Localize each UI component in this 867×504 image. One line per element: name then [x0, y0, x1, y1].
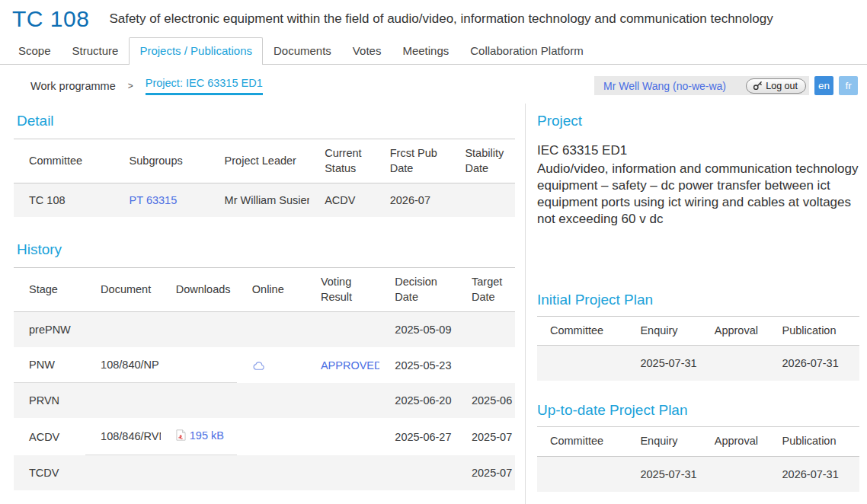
plan-publication-value: 2026-07-31 [769, 456, 859, 492]
project-heading: Project [537, 113, 859, 129]
initial-plan-header-row: Committee Enquiry Approval Publication [537, 316, 859, 346]
stage-value: TCDV [14, 455, 85, 490]
app-header: TC 108 Safety of electronic equipment wi… [0, 0, 867, 32]
tab-collaboration-platform[interactable]: Collaboration Platform [459, 37, 593, 64]
right-column: Project IEC 63315 ED1 Audio/video, infor… [526, 104, 867, 504]
plan-enquiry-value: 2025-07-31 [627, 346, 701, 381]
detail-frcst-pub-date-value: 2026-07 [375, 183, 450, 218]
uptodate-plan-heading: Up-to-date Project Plan [537, 402, 859, 419]
voting-result-link[interactable]: APPROVED [321, 359, 379, 372]
stage-value: PRVN [14, 383, 85, 419]
breadcrumb-separator: > [128, 81, 133, 91]
plan-committee-value [537, 456, 627, 492]
tab-structure[interactable]: Structure [62, 37, 130, 64]
tab-votes[interactable]: Votes [342, 37, 392, 64]
left-column: Detail Committee Subgroups Project Leade… [0, 104, 526, 504]
document-value: 108/840/NP [85, 347, 161, 383]
tab-documents[interactable]: Documents [263, 37, 342, 64]
history-heading: History [17, 241, 515, 258]
detail-col-stability-date: Stability Date [449, 139, 515, 183]
detail-committee-value: TC 108 [14, 183, 114, 218]
target-date-value: 2025-07 [456, 455, 515, 490]
detail-row: TC 108 PT 63315 Mr William Susiene ACDV … [14, 183, 515, 218]
logout-key-icon [753, 81, 763, 91]
user-cluster: Mr Well Wang (no-we-wa) Log out en fr [594, 76, 858, 95]
stage-value: prePNW [14, 312, 85, 348]
history-col-online: Online [237, 268, 306, 312]
language-en-button[interactable]: en [814, 76, 833, 95]
committee-title: TC 108 [12, 6, 89, 32]
detail-col-project-leader: Project Leader [210, 139, 310, 183]
committee-subtitle: Safety of electronic equipment within th… [109, 11, 773, 27]
detail-col-committee: Committee [14, 139, 114, 183]
decision-date-value: 2025-06-27 [379, 418, 456, 455]
plan-col-committee: Committee [537, 316, 627, 346]
detail-col-subgroups: Subgroups [114, 139, 210, 183]
stage-value: PNW [14, 347, 85, 383]
history-col-downloads: Downloads [161, 268, 237, 312]
initial-plan-heading: Initial Project Plan [537, 292, 859, 308]
logout-button[interactable]: Log out [746, 78, 806, 94]
plan-committee-value [537, 346, 627, 381]
history-col-target-date: Target Date [456, 268, 515, 312]
tab-projects-publications[interactable]: Projects / Publications [129, 37, 263, 65]
plan-publication-value: 2026-07-31 [769, 346, 859, 381]
target-date-value: 2025-06 [456, 383, 515, 419]
download-size-link[interactable]: 195 kB [190, 429, 224, 442]
user-bar: Mr Well Wang (no-we-wa) Log out [594, 76, 809, 95]
tab-bar: Scope Structure Projects / Publications … [0, 37, 867, 65]
breadcrumb-current-project[interactable]: Project: IEC 63315 ED1 [146, 77, 263, 95]
tab-meetings[interactable]: Meetings [392, 37, 459, 64]
target-date-value: 2025-07 [456, 418, 515, 455]
plan-col-approval: Approval [702, 427, 769, 457]
history-row-acdv: ACDV 108/846/RVN 195 kB [14, 418, 515, 455]
history-col-voting-result: Voting Result [306, 268, 379, 312]
plan-col-enquiry: Enquiry [627, 427, 701, 457]
plan-approval-value [702, 346, 769, 381]
detail-col-current-status: Current Status [309, 139, 375, 183]
logout-label: Log out [766, 81, 798, 91]
history-row-prvn: PRVN 2025-06-20 2025-06 [14, 383, 515, 419]
uptodate-plan-table: Committee Enquiry Approval Publication 2… [537, 426, 859, 492]
plan-approval-value [702, 456, 769, 492]
history-table: Stage Document Downloads Online Voting R… [14, 267, 515, 490]
history-header-row: Stage Document Downloads Online Voting R… [14, 268, 515, 312]
history-col-stage: Stage [14, 268, 85, 312]
history-row-tcdv: TCDV 2025-07 [14, 455, 515, 490]
uptodate-plan-header-row: Committee Enquiry Approval Publication [537, 427, 859, 457]
uptodate-plan-row: 2025-07-31 2026-07-31 [537, 456, 859, 492]
detail-header-row: Committee Subgroups Project Leader Curre… [14, 139, 515, 183]
plan-enquiry-value: 2025-07-31 [627, 456, 701, 492]
language-fr-button[interactable]: fr [839, 76, 858, 95]
plan-col-enquiry: Enquiry [627, 316, 701, 346]
detail-heading: Detail [17, 113, 515, 129]
decision-date-value: 2025-05-09 [379, 312, 456, 348]
plan-col-approval: Approval [702, 316, 769, 346]
stage-value: ACDV [14, 418, 85, 455]
history-col-decision-date: Decision Date [379, 268, 456, 312]
detail-stability-date-value [449, 183, 515, 218]
pdf-file-icon [176, 429, 186, 443]
breadcrumb: Work programme > Project: IEC 63315 ED1 [30, 77, 263, 95]
online-cloud-icon[interactable] [252, 361, 265, 371]
subgroup-link[interactable]: PT 63315 [130, 194, 178, 206]
initial-plan-row: 2025-07-31 2026-07-31 [537, 346, 859, 381]
breadcrumb-work-programme[interactable]: Work programme [30, 80, 116, 92]
project-code: IEC 63315 ED1 [537, 143, 859, 158]
user-name-link[interactable]: Mr Well Wang (no-we-wa) [603, 80, 726, 92]
history-col-document: Document [85, 268, 161, 312]
detail-project-leader-value: Mr William Susiene [210, 183, 310, 218]
initial-plan-table: Committee Enquiry Approval Publication 2… [537, 316, 859, 381]
subheader: Work programme > Project: IEC 63315 ED1 … [0, 65, 867, 100]
project-description: Audio/video, information and communicati… [537, 161, 859, 228]
main-content: Detail Committee Subgroups Project Leade… [0, 104, 867, 504]
tab-scope[interactable]: Scope [8, 37, 62, 64]
plan-col-committee: Committee [537, 427, 627, 457]
plan-col-publication: Publication [769, 316, 859, 346]
document-value: 108/846/RVN [85, 418, 161, 455]
decision-date-value: 2025-05-23 [379, 347, 456, 383]
history-row-prepnw: prePNW 2025-05-09 [14, 312, 515, 348]
decision-date-value: 2025-06-20 [379, 383, 456, 419]
history-row-pnw: PNW 108/840/NP APPROVED 2025-05-23 [14, 347, 515, 383]
page: TC 108 Safety of electronic equipment wi… [0, 0, 867, 504]
